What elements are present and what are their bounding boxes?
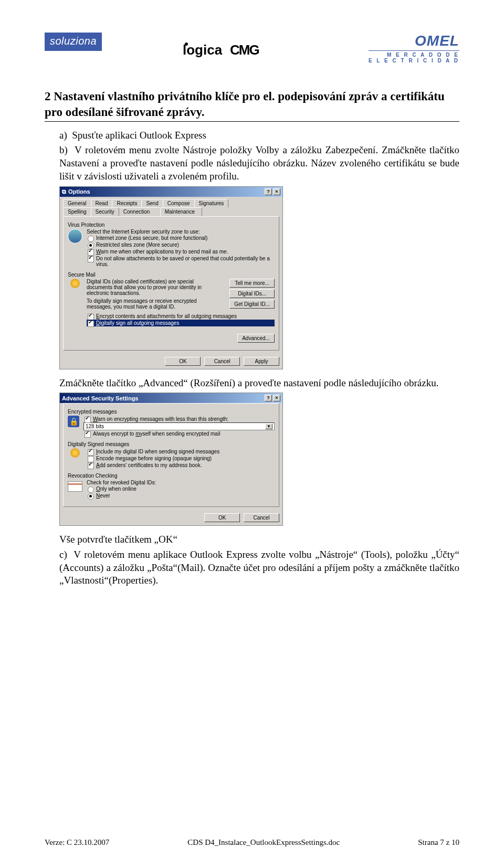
svg-text:CMG: CMG xyxy=(230,42,259,58)
tab-send[interactable]: Send xyxy=(141,199,163,207)
omel-title: OMEL xyxy=(369,33,459,49)
close-button[interactable]: × xyxy=(273,188,280,195)
logo-logicacmg: logica CMG xyxy=(183,39,288,62)
help-button[interactable]: ? xyxy=(265,188,272,195)
signed-label: Digitally Signed messages xyxy=(68,441,275,447)
logo-soluziona: soluziona xyxy=(45,33,102,51)
footer-page: Strana 7 z 10 xyxy=(418,838,459,847)
tab-compose[interactable]: Compose xyxy=(163,199,195,207)
adv-title: Advanced Security Settings xyxy=(62,395,139,401)
secure-mail-label: Secure Mail xyxy=(68,272,275,278)
options-dialog: ⧉ Options ? × General Read Receipts Send… xyxy=(59,186,283,369)
footer-filename: CDS D4_Instalace_OutlookExpressSettings.… xyxy=(187,838,340,847)
options-title: Options xyxy=(68,188,90,195)
ok-button[interactable]: OK xyxy=(165,357,201,366)
radio-only-online[interactable]: Only when online xyxy=(87,485,275,492)
radio-internet-zone[interactable]: Internet zone (Less secure, but more fun… xyxy=(87,235,275,241)
advanced-security-dialog: Advanced Security Settings ? × Encrypted… xyxy=(59,393,283,526)
svg-text:logica: logica xyxy=(183,42,223,58)
check-opaque-signing[interactable]: Encode message before signing (opaque si… xyxy=(87,455,275,462)
secure-mail-desc: Digital IDs (also called certificates) a… xyxy=(87,279,207,296)
tabs-row-1: General Read Receipts Send Compose Signa… xyxy=(60,197,282,207)
digital-ids-button[interactable]: Digital IDs... xyxy=(229,289,275,298)
radio-restricted-zone[interactable]: Restricted sites zone (More secure) xyxy=(87,241,275,248)
get-digital-id-button[interactable]: Get Digital ID... xyxy=(229,300,275,309)
tab-maintenance[interactable]: Maintenance xyxy=(160,207,202,216)
cancel-button[interactable]: Cancel xyxy=(204,357,240,366)
advanced-button[interactable]: Advanced... xyxy=(237,334,275,343)
check-add-certs[interactable]: Add senders' certificates to my address … xyxy=(87,462,275,469)
omel-sub2: E L E C T R I C I D A D xyxy=(369,58,459,63)
check-warn-encrypt-strength[interactable]: Warn on encrypting messages with less th… xyxy=(83,416,275,422)
adv-cancel-button[interactable]: Cancel xyxy=(244,513,279,522)
section-heading: 2 Nastavení vlastního privátního klíče p… xyxy=(45,89,459,122)
options-button-row: OK Cancel Apply xyxy=(60,354,282,369)
tab-signatures[interactable]: Signatures xyxy=(194,199,229,207)
tab-general[interactable]: General xyxy=(63,199,91,207)
check-encrypt-to-self[interactable]: Always encrypt to myself when sending en… xyxy=(83,430,275,437)
strength-value: 128 bits xyxy=(86,424,104,429)
step-b: b) V roletovém menu zvolte Nástroje polo… xyxy=(59,144,459,183)
omel-sub1: M E R C A D O D E xyxy=(369,52,459,58)
text-after-options: Zmáčkněte tlačítko „Advanced“ (Rozšíření… xyxy=(59,377,459,390)
tab-security[interactable]: Security xyxy=(91,207,119,216)
footer-version: Verze: C 23.10.2007 xyxy=(45,838,109,847)
adv-body: Encrypted messages Warn on encrypting me… xyxy=(63,403,279,507)
check-encrypt-all[interactable]: Encrypt contents and attachments for all… xyxy=(87,313,275,320)
check-include-id[interactable]: Include my digital ID when sending signe… xyxy=(87,448,275,455)
ribbon-icon xyxy=(68,448,82,463)
options-body: Virus Protection Select the Internet Exp… xyxy=(63,216,279,351)
secure-mail-desc2: To digitally sign messages or receive en… xyxy=(87,298,207,310)
certificate-icon xyxy=(68,279,82,293)
tab-read[interactable]: Read xyxy=(91,199,113,207)
check-warn-apps[interactable]: Warn me when other applications try to s… xyxy=(87,248,275,255)
adv-close-button[interactable]: × xyxy=(273,395,280,401)
svg-point-2 xyxy=(185,43,188,46)
globe-icon xyxy=(68,229,82,244)
adv-help-button[interactable]: ? xyxy=(265,395,272,401)
adv-ok-button[interactable]: OK xyxy=(204,513,240,522)
chevron-down-icon: ▼ xyxy=(265,424,272,429)
check-block-attachments[interactable]: Do not allow attachments to be saved or … xyxy=(87,255,275,268)
adv-titlebar: Advanced Security Settings ? × xyxy=(60,393,282,403)
lock-icon xyxy=(68,416,79,427)
tabs-row-2: Spelling Security Connection Maintenance xyxy=(60,207,282,216)
check-sign-all[interactable]: Digitally sign all outgoing messages xyxy=(87,320,275,326)
logo-omel: OMEL M E R C A D O D E E L E C T R I C I… xyxy=(369,33,459,63)
tell-me-more-button[interactable]: Tell me more... xyxy=(229,279,275,288)
encrypted-label: Encrypted messages xyxy=(68,409,275,415)
card-icon xyxy=(68,481,82,492)
strength-select[interactable]: 128 bits ▼ xyxy=(83,422,275,430)
options-titlebar: ⧉ Options ? × xyxy=(60,187,282,197)
header-logos: soluziona logica CMG OMEL M E R C A D O … xyxy=(45,33,459,63)
step-c: c) V roletovém menu aplikace Outlook Exp… xyxy=(59,548,459,587)
tab-receipts[interactable]: Receipts xyxy=(112,199,142,207)
step-a: a) Spusťte aplikaci Outlook Express xyxy=(59,129,459,142)
options-app-icon: ⧉ xyxy=(62,188,66,195)
revocation-label: Revocation Checking xyxy=(68,473,275,479)
text-after-adv: Vše potvrďte tlačítkem „OK“ xyxy=(59,533,459,546)
adv-button-row: OK Cancel xyxy=(60,510,282,525)
radio-never[interactable]: Never xyxy=(87,492,275,499)
tab-spelling[interactable]: Spelling xyxy=(63,207,91,216)
footer: Verze: C 23.10.2007 CDS D4_Instalace_Out… xyxy=(45,838,459,847)
tab-connection[interactable]: Connection xyxy=(119,207,161,216)
apply-button[interactable]: Apply xyxy=(244,357,279,366)
virus-protection-label: Virus Protection xyxy=(68,222,275,228)
revocation-desc: Check for revoked Digital IDs: xyxy=(87,480,275,485)
security-zone-desc: Select the Internet Explorer security zo… xyxy=(87,229,275,235)
